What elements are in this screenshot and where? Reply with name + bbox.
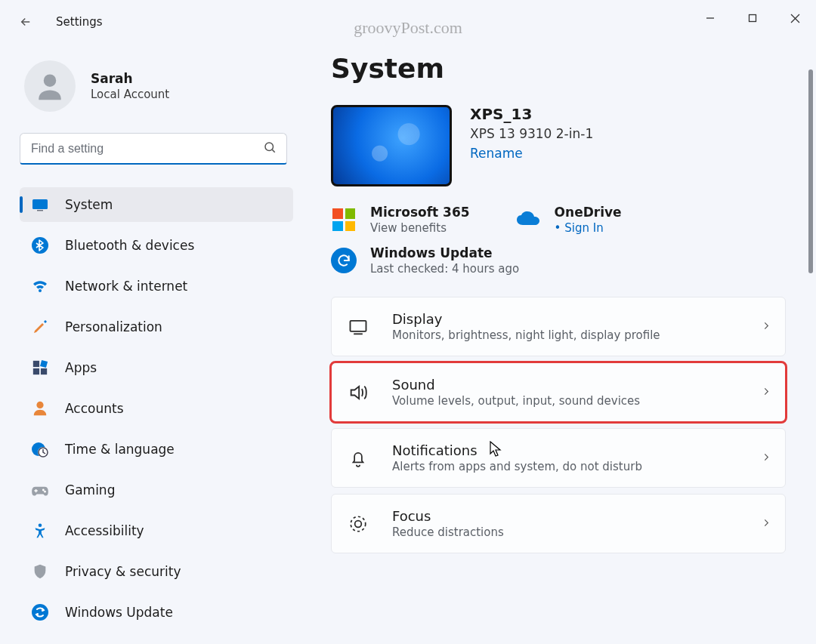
settings-window: Settings groovyPost.com Sarah Local Acco…: [0, 0, 816, 644]
search-icon: [263, 140, 277, 157]
svg-rect-8: [37, 210, 43, 211]
sidebar-item-label: Apps: [65, 360, 97, 375]
search-input[interactable]: [20, 133, 287, 165]
chevron-right-icon: [761, 385, 771, 399]
sidebar-item-label: Windows Update: [65, 605, 173, 620]
minimize-button[interactable]: [689, 0, 731, 36]
wifi-icon: [30, 276, 50, 296]
person-icon: [30, 399, 50, 418]
svg-line-6: [272, 149, 274, 152]
sidebar-item-time-language[interactable]: Time & language: [20, 432, 293, 467]
gamepad-icon: [30, 480, 50, 500]
svg-point-5: [265, 143, 274, 151]
chevron-right-icon: [761, 451, 771, 465]
profile-account-type: Local Account: [91, 88, 169, 101]
sidebar-item-network[interactable]: Network & internet: [20, 269, 293, 304]
maximize-button[interactable]: [731, 0, 774, 36]
sidebar-item-personalization[interactable]: Personalization: [20, 310, 293, 344]
apps-icon: [30, 358, 50, 377]
card-title: Display: [392, 311, 660, 327]
microsoft-365-tile[interactable]: Microsoft 365 View benefits: [331, 205, 470, 235]
profile-block[interactable]: Sarah Local Account: [24, 60, 293, 112]
paintbrush-icon: [30, 317, 50, 337]
device-row: XPS_13 XPS 13 9310 2-in-1 Rename: [331, 105, 807, 186]
card-subtitle: Monitors, brightness, night light, displ…: [392, 328, 660, 342]
sidebar-item-accessibility[interactable]: Accessibility: [20, 513, 293, 548]
sidebar-item-gaming[interactable]: Gaming: [20, 473, 293, 507]
sidebar-item-system[interactable]: System: [20, 187, 293, 222]
search-container: [20, 133, 287, 165]
sidebar-item-label: Bluetooth & devices: [65, 238, 194, 253]
card-subtitle: Reduce distractions: [392, 525, 504, 539]
card-display[interactable]: Display Monitors, brightness, night ligh…: [331, 297, 786, 356]
svg-point-14: [36, 402, 43, 408]
svc-title: Microsoft 365: [370, 205, 470, 220]
sidebar-item-accounts[interactable]: Accounts: [20, 391, 293, 426]
chevron-right-icon: [761, 516, 771, 531]
svc-subtitle: View benefits: [370, 221, 470, 235]
card-sound[interactable]: Sound Volume levels, output, input, soun…: [331, 362, 786, 422]
update-subtitle: Last checked: 4 hours ago: [370, 262, 519, 276]
sound-icon: [345, 380, 371, 405]
svg-point-20: [39, 523, 42, 527]
svc-subtitle[interactable]: Sign In: [555, 221, 622, 235]
window-controls: [689, 0, 816, 36]
chevron-right-icon: [761, 319, 771, 334]
scrollbar-thumb[interactable]: [808, 69, 813, 273]
app-title: Settings: [56, 15, 103, 29]
onedrive-tile[interactable]: OneDrive Sign In: [515, 205, 622, 235]
sidebar-item-label: Personalization: [65, 319, 162, 334]
sidebar-item-label: System: [65, 197, 113, 212]
svc-title: OneDrive: [555, 205, 622, 220]
sidebar-item-label: Accounts: [65, 401, 124, 416]
sidebar-item-bluetooth[interactable]: Bluetooth & devices: [20, 228, 293, 263]
svg-rect-11: [40, 360, 48, 368]
device-thumbnail[interactable]: [331, 105, 452, 186]
card-title: Focus: [392, 508, 504, 524]
windows-update-tile[interactable]: Windows Update Last checked: 4 hours ago: [331, 245, 807, 276]
svg-rect-7: [32, 199, 48, 209]
accessibility-icon: [30, 521, 50, 541]
device-name: XPS_13: [470, 105, 593, 123]
svg-point-4: [44, 74, 57, 87]
system-cards: Display Monitors, brightness, night ligh…: [331, 297, 807, 553]
svg-rect-1: [750, 15, 756, 22]
bluetooth-icon: [30, 236, 50, 255]
onedrive-icon: [515, 207, 541, 233]
close-button[interactable]: [774, 0, 816, 36]
device-model: XPS 13 9310 2-in-1: [470, 126, 593, 141]
main-panel: System XPS_13 XPS 13 9310 2-in-1 Rename …: [301, 44, 816, 644]
profile-name: Sarah: [91, 71, 169, 86]
card-focus[interactable]: Focus Reduce distractions: [331, 494, 786, 553]
sidebar-item-label: Privacy & security: [65, 564, 181, 579]
sidebar-item-windows-update[interactable]: Windows Update: [20, 595, 293, 630]
sidebar-item-apps[interactable]: Apps: [20, 350, 293, 385]
sidebar-item-label: Gaming: [65, 482, 115, 498]
sidebar-item-label: Accessibility: [65, 523, 144, 538]
card-title: Notifications: [392, 442, 642, 458]
avatar: [24, 60, 76, 112]
svg-point-25: [355, 520, 362, 527]
display-icon: [345, 314, 371, 340]
page-title: System: [331, 53, 807, 84]
svg-point-24: [351, 516, 366, 532]
sidebar-item-privacy[interactable]: Privacy & security: [20, 554, 293, 589]
update-sync-icon: [331, 248, 357, 273]
svg-rect-22: [351, 320, 366, 331]
cloud-services: Microsoft 365 View benefits OneDrive Sig…: [331, 205, 807, 235]
svg-point-21: [32, 604, 48, 621]
card-title: Sound: [392, 377, 640, 393]
update-title: Windows Update: [370, 245, 519, 260]
focus-icon: [345, 511, 371, 537]
shield-icon: [30, 562, 50, 581]
bell-icon: [345, 445, 371, 471]
back-button[interactable]: [11, 7, 41, 37]
rename-link[interactable]: Rename: [470, 146, 593, 161]
card-notifications[interactable]: Notifications Alerts from apps and syste…: [331, 428, 786, 488]
system-icon: [30, 195, 50, 214]
sidebar-item-label: Network & internet: [65, 279, 187, 294]
card-subtitle: Volume levels, output, input, sound devi…: [392, 394, 640, 408]
sidebar-item-label: Time & language: [65, 442, 175, 457]
svg-rect-10: [33, 361, 39, 367]
svg-point-19: [44, 491, 46, 493]
